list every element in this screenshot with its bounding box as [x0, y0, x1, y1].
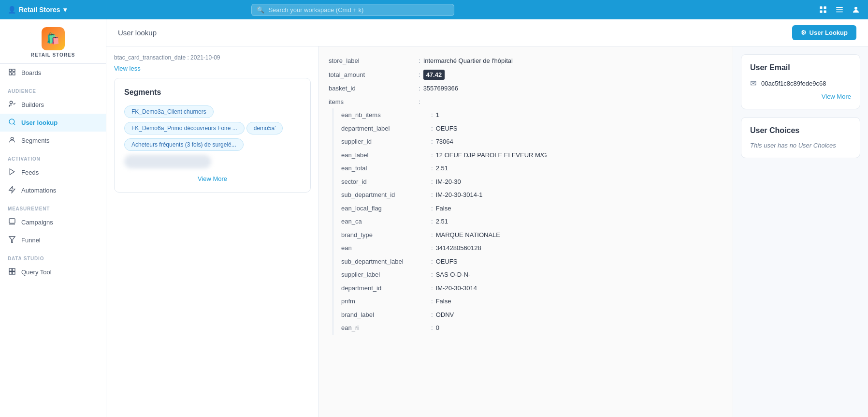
item-val: SAS O-D-N- — [436, 270, 471, 280]
chevron-down-icon: ▾ — [63, 6, 67, 14]
segment-tags-container: FK_Demo3a_Client churnersFK_Demo6a_Primo… — [124, 104, 301, 153]
svg-point-12 — [11, 137, 13, 140]
funnel-label: Funnel — [21, 237, 41, 244]
svg-marker-14 — [9, 186, 15, 193]
data-row: basket_id : 3557699366 — [329, 82, 723, 95]
item-key: brand_label — [341, 310, 428, 320]
data-item-row: supplier_id : 73064 — [341, 135, 723, 149]
user-choices-card: User Choices This user has no User Choic… — [741, 117, 860, 158]
svg-point-9 — [10, 101, 12, 104]
data-item-row: ean_label : 12 OEUF DJP PAROLE ELEVEUR M… — [341, 149, 723, 162]
grid-icon-button[interactable] — [819, 5, 827, 14]
svg-point-10 — [9, 119, 14, 124]
data-sep: : — [419, 56, 420, 66]
boards-label: Boards — [21, 69, 41, 76]
segment-tag[interactable]: demo5a' — [246, 122, 283, 134]
email-value: 00ac5f1c8c89fede9c68 — [761, 80, 826, 87]
logo-icon: 🛍️ — [42, 27, 65, 50]
item-val: IM-20-30 — [436, 177, 461, 187]
item-val: OEUFS — [436, 257, 458, 267]
items-label-row: items : — [329, 95, 723, 109]
svg-rect-8 — [13, 73, 15, 75]
segments-view-more-link[interactable]: View More — [124, 175, 301, 182]
feeds-icon — [8, 168, 16, 177]
data-val: 47.42 — [423, 70, 445, 80]
logo-text: RETAIL STORES — [31, 52, 75, 58]
settings-icon-button[interactable] — [835, 5, 844, 14]
user-lookup-icon — [8, 118, 16, 127]
data-val: Intermarché Quartier de l'hôpital — [423, 56, 513, 66]
sidebar: 🛍️ RETAIL STORES Boards AUDIENCE Builder… — [0, 19, 106, 417]
user-lookup-button[interactable]: ⚙ User Lookup — [792, 25, 856, 40]
segment-tag[interactable]: FK_Demo3a_Client churners — [124, 105, 214, 118]
item-sep: : — [431, 323, 433, 333]
svg-rect-18 — [9, 268, 12, 271]
item-sep: : — [431, 217, 433, 226]
item-val: 3414280560128 — [436, 243, 481, 253]
page-header: User lookup ⚙ User Lookup — [106, 19, 868, 46]
item-key: pnfm — [341, 297, 428, 306]
email-view-more-link[interactable]: View More — [750, 93, 851, 100]
segment-tag[interactable]: FK_Demo6a_Primo découvreurs Foire ... — [124, 122, 245, 134]
item-key: ean_label — [341, 150, 428, 160]
item-val: 2.51 — [436, 217, 448, 226]
automations-icon — [8, 186, 16, 195]
top-data-rows: store_label : Intermarché Quartier de l'… — [329, 54, 723, 95]
sidebar-item-funnel[interactable]: Funnel — [0, 231, 106, 249]
item-val: IM-20-30-3014-1 — [436, 190, 483, 200]
sidebar-item-builders[interactable]: Builders — [0, 96, 106, 114]
data-key: store_label — [329, 56, 416, 66]
item-sep: : — [431, 190, 433, 200]
item-key: ean_local_flag — [341, 204, 428, 213]
segments-label: Segments — [21, 137, 50, 144]
sidebar-logo: 🛍️ RETAIL STORES — [0, 19, 106, 64]
email-icon: ✉ — [750, 79, 756, 88]
item-key: supplier_id — [341, 137, 428, 147]
items-container: ean_nb_items : 1 department_label : OEUF… — [333, 108, 723, 335]
data-item-row: ean_total : 2.51 — [341, 162, 723, 175]
brand-logo[interactable]: 👤 Retail Stores ▾ — [8, 6, 67, 14]
content-area: btac_card_transaction_date : 2021-10-09 … — [106, 46, 868, 417]
data-sep: : — [419, 70, 420, 80]
sidebar-item-query-tool[interactable]: Query Tool — [0, 263, 106, 281]
segment-tag[interactable]: Acheteurs fréquents (3 fois) de surgelé.… — [124, 138, 244, 151]
items-key: items — [329, 97, 416, 107]
sidebar-item-automations[interactable]: Automations — [0, 181, 106, 199]
item-val: MARQUE NATIONALE — [436, 230, 500, 240]
svg-rect-2 — [820, 11, 822, 13]
data-key: total_amount — [329, 70, 416, 80]
data-item-row: ean_ca : 2.51 — [341, 215, 723, 228]
email-row: ✉ 00ac5f1c8c89fede9c68 — [750, 79, 851, 88]
data-item-row: sub_department_label : OEUFS — [341, 255, 723, 268]
data-row: total_amount : 47.42 — [329, 68, 723, 82]
user-icon-button[interactable] — [852, 5, 860, 14]
item-sep: : — [431, 270, 433, 280]
sidebar-item-feeds[interactable]: Feeds — [0, 164, 106, 181]
item-val: False — [436, 204, 451, 213]
search-placeholder: Search your workspace (Cmd + k) — [268, 6, 363, 14]
item-sep: : — [431, 110, 433, 120]
activation-section-label: ACTIVATION — [0, 149, 106, 164]
data-item-row: department_label : OEUFS — [341, 122, 723, 135]
svg-marker-13 — [10, 169, 14, 175]
sidebar-item-user-lookup[interactable]: User lookup — [0, 114, 106, 132]
user-email-card: User Email ✉ 00ac5f1c8c89fede9c68 View M… — [741, 54, 860, 109]
user-lookup-btn-icon: ⚙ — [801, 29, 807, 36]
data-item-row: sub_department_id : IM-20-30-3014-1 — [341, 188, 723, 202]
item-key: ean_total — [341, 164, 428, 173]
query-tool-label: Query Tool — [21, 268, 52, 276]
item-val: 12 OEUF DJP PAROLE ELEVEUR M/G — [436, 150, 547, 160]
svg-rect-7 — [9, 73, 12, 75]
feeds-label: Feeds — [21, 169, 39, 176]
sidebar-item-campaigns[interactable]: Campaigns — [0, 213, 106, 231]
view-less-link[interactable]: View less — [114, 65, 141, 72]
svg-rect-5 — [9, 69, 12, 72]
search-bar[interactable]: 🔍 Search your workspace (Cmd + k) — [251, 4, 454, 16]
campaigns-label: Campaigns — [21, 219, 53, 226]
sidebar-item-segments[interactable]: Segments — [0, 132, 106, 149]
svg-line-11 — [14, 123, 15, 125]
sidebar-item-boards[interactable]: Boards — [0, 64, 106, 82]
data-val: 3557699366 — [423, 84, 458, 93]
item-key: ean_nb_items — [341, 110, 428, 120]
svg-rect-20 — [9, 272, 12, 274]
